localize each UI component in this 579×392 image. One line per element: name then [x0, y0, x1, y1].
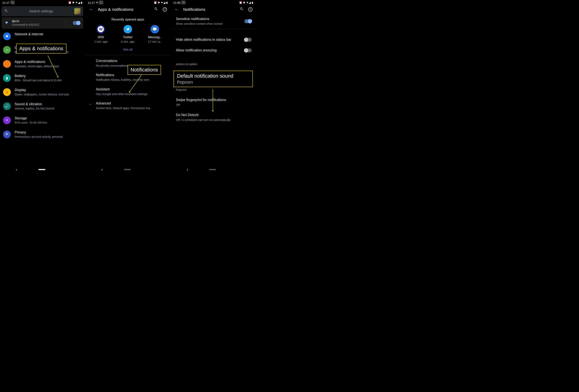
row-title: Advanced	[96, 101, 160, 105]
status-bar: 11:17 M 31 ⏰ ✱ ▼◢ ▮	[85, 0, 170, 5]
clock: 11:30	[173, 1, 180, 4]
clock: 11:17	[2, 1, 10, 4]
recent-app-ww[interactable]: W WW 1 min. ago	[94, 25, 107, 43]
back-icon[interactable]: ←	[174, 7, 179, 11]
calendar-icon: 31	[99, 1, 103, 4]
wifi-icon	[3, 32, 11, 40]
back-button[interactable]: ‹	[16, 168, 17, 172]
app-bar: ← Apps & notifications ?	[85, 5, 170, 14]
callout-sub: Popcorn	[177, 80, 249, 85]
row-actions-replies[interactable]: actions & replies	[171, 56, 256, 69]
back-icon[interactable]: ←	[89, 7, 94, 11]
row-title: Sound & vibration	[15, 102, 54, 106]
row-title: Privacy	[15, 130, 63, 135]
help-icon[interactable]: ?	[248, 7, 252, 11]
row-display[interactable]: ☼ Display Styles, wallpapers, screen tim…	[0, 85, 85, 99]
page-title: Apps & notifications	[98, 7, 150, 12]
search-icon[interactable]	[239, 7, 244, 12]
back-button[interactable]: ‹	[187, 168, 188, 172]
recent-apps: W WW 1 min. ago Twitter 4 min. ago 💬 Mes…	[85, 25, 170, 43]
toggle-hide-silent[interactable]	[244, 38, 252, 42]
avatar[interactable]	[74, 8, 80, 14]
ww-icon: W	[96, 25, 105, 33]
row-title: Swipe fingerprint for notifications	[176, 98, 252, 102]
row-title: Network & internet	[15, 32, 43, 36]
calendar-icon: 31	[11, 1, 14, 4]
callout-default-sound: Default notification sound Popcorn	[173, 71, 253, 87]
sound-icon: 🔊	[3, 102, 11, 110]
row-battery[interactable]: ▮ Battery 89% - Should last until about …	[0, 71, 85, 85]
status-icons: ⏰ ✱ ▼◢ ▮	[68, 1, 82, 4]
status-bar: 11:30 31 ⏰ ✱ ▼◢ ▮	[171, 0, 256, 5]
row-network[interactable]: Network & internet	[0, 29, 85, 43]
row-sub: Show sensitive content when locked	[176, 22, 241, 26]
wifi-title: Wi-Fi	[12, 20, 63, 23]
row-sub: actions & replies	[176, 62, 252, 66]
divider	[66, 20, 66, 26]
row-sensitive[interactable]: Sensitive notifications Show sensitive c…	[171, 14, 256, 29]
divider	[85, 55, 170, 55]
callout-apps-notifications: Apps & notifications	[16, 44, 66, 54]
row-sound[interactable]: 🔊 Sound & vibration Volume, haptics, Do …	[0, 99, 85, 113]
wifi-toggle[interactable]	[73, 21, 80, 25]
status-icons: ⏰ ✱ ▼◢ ▮	[239, 1, 253, 4]
status-icons: ⏰ ✱ ▼◢ ▮	[154, 1, 168, 4]
row-dnd[interactable]: Do Not Disturb Off / 4 schedules can tur…	[171, 110, 256, 125]
row-title: Sensitive notifications	[176, 17, 241, 21]
toggle-sensitive[interactable]	[244, 19, 252, 23]
wifi-quick-toggle[interactable]: Wi-Fi Connected to E0C0CC	[1, 17, 83, 29]
callout-notifications: Notifications	[128, 65, 161, 75]
row-sub: 89% - Should last until about 9:15 AM	[15, 78, 61, 82]
home-pill[interactable]	[38, 169, 45, 170]
row-sub: Off / 4 schedules can turn on automatica…	[176, 118, 252, 122]
row-title: Conversations	[96, 59, 160, 63]
messages-icon: 💬	[150, 25, 159, 33]
home-pill[interactable]	[209, 169, 216, 170]
row-title: Allow notification snoozing	[176, 48, 241, 53]
recent-app-twitter[interactable]: Twitter 4 min. ago	[121, 25, 135, 43]
devices-icon: ▭	[3, 46, 11, 54]
row-title: Apps & notifications	[15, 60, 59, 64]
row-sub: Off	[176, 103, 252, 107]
app-bar: ← Notifications ?	[171, 5, 256, 14]
row-storage[interactable]: ≡ Storage 51% used - 31.65 GB free	[0, 113, 85, 127]
nav-bar: ‹ ∘	[0, 166, 85, 173]
page-title: Notifications	[183, 7, 235, 12]
display-icon: ☼	[3, 88, 11, 96]
row-assistant[interactable]: Assistant Hey Google and other Assistant…	[85, 84, 170, 99]
help-icon[interactable]: ?	[163, 7, 167, 11]
row-hide-silent[interactable]: Hide silent notifications in status bar	[171, 34, 256, 45]
clock: 11:17	[88, 1, 95, 4]
search-placeholder: Search settings	[11, 9, 71, 13]
recent-app-messages[interactable]: 💬 Messag.. 17 min. a..	[148, 25, 161, 43]
status-bar: 11:17 31 ⏰ ✱ ▼◢ ▮	[0, 0, 85, 5]
search-icon[interactable]	[153, 7, 159, 12]
twitter-icon	[124, 25, 132, 33]
row-sub: Screen time, Default apps, Permission ma…	[96, 106, 160, 110]
row-sub: Styles, wallpapers, screen timeout, font…	[15, 93, 69, 96]
row-title: Storage	[15, 116, 47, 121]
row-title: Display	[15, 88, 69, 92]
search-icon	[4, 9, 8, 13]
row-sub: Volume, haptics, Do Not Disturb	[15, 107, 54, 111]
row-privacy[interactable]: 👁 Privacy Permissions, account activity,…	[0, 127, 85, 142]
row-snoozing[interactable]: Allow notification snoozing	[171, 45, 256, 56]
see-all-link[interactable]: See all	[85, 48, 170, 51]
home-pill[interactable]	[124, 169, 131, 170]
row-title: Assistant	[96, 87, 160, 91]
row-apps-notifications[interactable]: ⋮⋮⋮ Apps & notifications Assistant, rece…	[0, 57, 85, 71]
calendar-icon: 31	[182, 1, 185, 4]
back-button[interactable]: ‹	[101, 168, 103, 172]
row-sub: Hey Google and other Assistant settings	[96, 92, 160, 96]
wifi-icon	[5, 21, 8, 25]
app-name: WW	[94, 35, 107, 39]
nav-bar: ‹ ∘	[85, 166, 170, 173]
gmail-icon: M	[96, 1, 98, 4]
row-sub: Assistant, recent apps, default apps	[15, 65, 59, 68]
row-swipe-fingerprint[interactable]: Swipe fingerprint for notifications Off	[171, 95, 256, 110]
search-settings[interactable]: Search settings	[1, 6, 83, 16]
row-title: Battery	[15, 74, 61, 78]
toggle-snoozing[interactable]	[244, 48, 252, 52]
row-title: Hide silent notifications in status bar	[176, 37, 241, 42]
row-advanced[interactable]: ⌄ Advanced Screen time, Default apps, Pe…	[85, 99, 170, 113]
